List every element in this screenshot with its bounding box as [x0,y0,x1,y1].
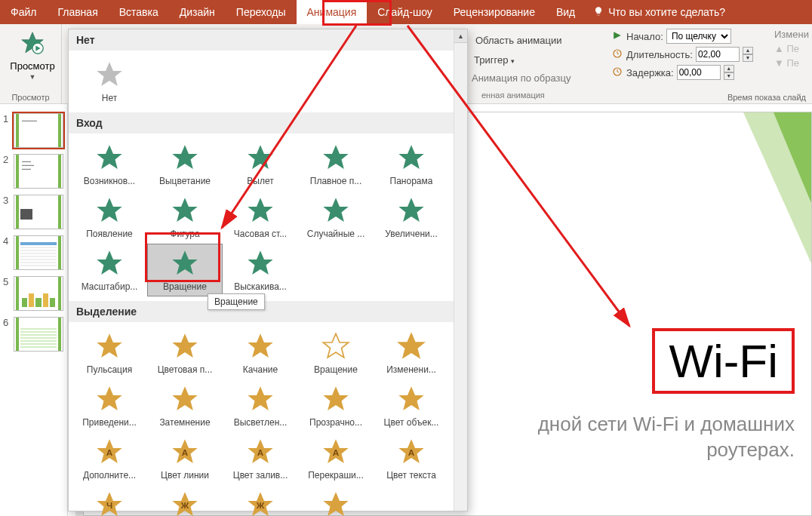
anim-emphasis-item[interactable]: Приведени... [72,379,147,432]
tab-review[interactable]: Рецензирование [443,0,546,24]
duration-spinner[interactable]: ▲▼ [743,47,753,62]
tab-file[interactable]: Файл [0,0,47,24]
anim-item-label: Цветовая п... [158,364,213,375]
animation-painter-button[interactable]: Анимация по образцу [472,72,571,84]
anim-entrance-item[interactable]: Плавное п... [298,138,374,191]
star-emphasis-icon [245,331,275,361]
anim-emphasis-item[interactable]: A Перекраши... [298,432,374,485]
tab-design[interactable]: Дизайн [169,0,226,24]
anim-entrance-item[interactable]: Вылет [223,138,298,191]
star-emphasis-icon [245,384,275,414]
tab-slideshow[interactable]: Слайд-шоу [367,0,443,24]
wifi-title-box[interactable]: Wi-Fi [652,328,795,394]
anim-emphasis-item[interactable]: A Цвет текста [374,432,449,485]
anim-emphasis-item[interactable]: Ж Полужирн... [147,485,223,516]
thumb-number: 6 [3,317,12,328]
star-emphasis-icon [321,331,351,361]
anim-item-label: Возникнов... [84,176,135,186]
scroll-up-icon[interactable]: ▲ [454,29,467,43]
slide-thumb-3[interactable] [14,195,63,229]
svg-marker-14 [97,198,121,222]
preview-button[interactable]: Просмотр ▼ [5,27,60,81]
gallery-section-entrance: Вход [69,112,467,134]
anim-emphasis-item[interactable]: Затемнение [147,379,223,432]
animation-pane-button[interactable]: Область анимации [475,35,561,46]
anim-emphasis-item[interactable]: Цветовая в... [298,485,374,516]
tab-home[interactable]: Главная [47,0,108,24]
star-emphasis-icon: Ч [94,490,125,516]
slide-subtitle: дной сети Wi-Fi и домашних роутерах. [469,411,795,462]
star-entrance-icon [170,248,200,278]
gallery-scrollbar[interactable]: ▲ [454,29,467,511]
star-emphasis-icon [170,331,200,361]
slide-thumb-6[interactable] [14,317,63,352]
anim-emphasis-item[interactable]: Высветлен... [223,379,298,432]
anim-entrance-item[interactable]: Масштабир... [72,244,147,296]
move-later[interactable]: Пе [786,57,799,69]
anim-item-label: Дополните... [83,470,136,481]
tab-insert[interactable]: Вставка [109,0,169,24]
reorder-group: Измени ▲ Пе ▼ Пе [770,24,809,70]
star-entrance-icon [245,195,275,226]
anim-emphasis-item[interactable]: A Дополните... [72,432,147,485]
anim-entrance-item[interactable]: Появление [72,191,147,244]
duration-field[interactable] [696,47,740,62]
svg-marker-11 [248,145,272,169]
slide-thumb-4[interactable] [14,235,63,270]
star-entrance-icon [321,143,351,173]
preview-star-icon [20,30,45,59]
anim-emphasis-item[interactable]: Ж Наложение... [223,485,298,516]
anim-emphasis-item[interactable]: Вращение [298,327,374,379]
reorder-label: Измени [774,29,809,40]
anim-emphasis-item[interactable]: A Цвет линии [147,432,223,485]
anim-item-label: Плавное п... [310,176,361,186]
svg-marker-15 [172,198,197,222]
anim-entrance-item[interactable]: Часовая ст... [223,191,298,244]
tab-animation[interactable]: Анимация [297,0,368,24]
anim-entrance-item[interactable]: Фигура [147,191,223,244]
trigger-button[interactable]: Триггер ▾ [474,54,515,66]
move-earlier[interactable]: Пе [786,43,799,54]
svg-marker-9 [97,145,121,169]
anim-entrance-item[interactable]: Случайные ... [298,191,374,244]
delay-spinner[interactable]: ▲▼ [724,65,734,80]
anim-emphasis-item[interactable]: Прозрачно... [298,379,374,432]
anim-entrance-item[interactable]: Вращение [147,244,223,296]
anim-emphasis-item[interactable]: Цвет объек... [374,379,449,432]
star-emphasis-icon: A [94,437,125,467]
svg-marker-23 [172,333,197,358]
svg-marker-28 [172,386,197,410]
star-entrance-icon [245,143,275,173]
anim-entrance-item[interactable]: Выцветание [147,138,223,191]
anim-entrance-item[interactable]: Выскакива... [223,244,298,296]
star-entrance-icon [94,248,125,278]
delay-label: Задержка: [626,67,674,78]
anim-item-label: Вращение [163,281,207,292]
svg-marker-31 [398,386,423,410]
anim-emphasis-item[interactable]: Ч Подчеркив... [72,485,147,516]
anim-emphasis-item[interactable]: Пульсация [72,327,147,379]
anim-emphasis-item[interactable]: Цветовая п... [147,327,223,379]
slide-thumb-1[interactable]: ▬▬▬▬▬ [14,113,63,148]
tab-view[interactable]: Вид [546,0,586,24]
tell-me[interactable]: Что вы хотите сделать? [586,0,733,24]
anim-item-label: Выцветание [159,176,211,186]
anim-emphasis-item[interactable]: A Цвет залив... [223,432,298,485]
anim-none[interactable]: Нет [72,55,147,108]
anim-emphasis-item[interactable]: Качание [223,327,298,379]
star-emphasis-icon: A [396,437,426,467]
start-select[interactable]: По щелчку [666,29,731,44]
anim-entrance-item[interactable]: Панорама [374,138,449,191]
clock-icon [611,49,623,60]
slide-thumb-5[interactable] [14,276,63,311]
slide-thumb-2[interactable]: ▬▬▬▬▬▬▬▬▬▬ [14,154,63,189]
anim-item-label: Случайные ... [307,229,365,239]
tab-transitions[interactable]: Переходы [226,0,297,24]
anim-emphasis-item[interactable]: Изменени... [374,327,449,379]
anim-entrance-item[interactable]: Возникнов... [72,138,147,191]
anim-entrance-item[interactable]: Увеличени... [374,191,449,244]
star-emphasis-icon: A [170,437,200,467]
delay-field[interactable] [677,65,721,80]
svg-marker-12 [323,145,348,169]
svg-marker-10 [172,145,197,169]
